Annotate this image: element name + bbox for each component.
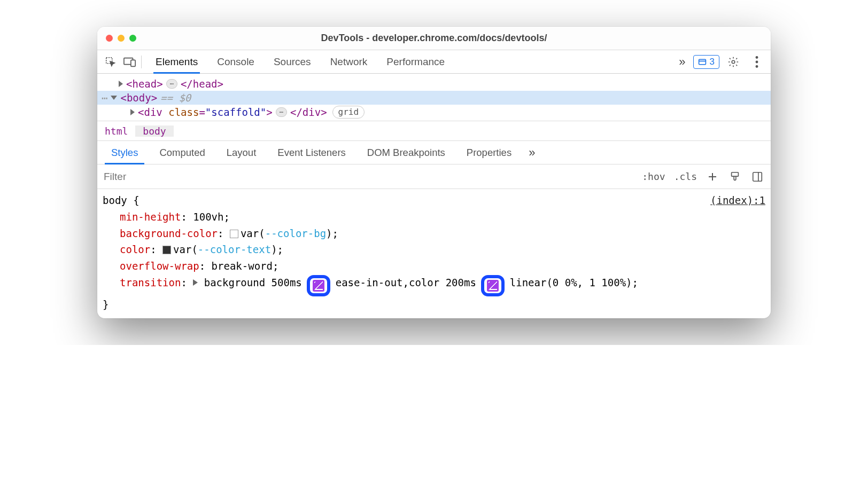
subtab-layout[interactable]: Layout: [216, 141, 267, 164]
toolbar-separator: [141, 56, 142, 68]
more-tabs-icon[interactable]: »: [676, 55, 688, 69]
collapsed-ellipsis-icon[interactable]: ⋯: [276, 107, 287, 117]
zoom-window-button[interactable]: [129, 35, 136, 42]
css-prop-background-color[interactable]: background-color: var(--color-bg);: [103, 225, 765, 242]
dom-tag: <div class="scaffold">: [138, 106, 273, 118]
more-subtabs-icon[interactable]: »: [525, 146, 538, 160]
devtools-window: DevTools - developer.chrome.com/docs/dev…: [97, 27, 771, 318]
issues-count: 3: [710, 57, 715, 67]
dom-tag: </div>: [290, 106, 327, 118]
dom-node-head[interactable]: <head> ⋯ </head>: [97, 77, 771, 91]
subtab-computed[interactable]: Computed: [149, 141, 215, 164]
easing-editor-icon[interactable]: [313, 280, 324, 292]
subtab-styles[interactable]: Styles: [100, 141, 149, 164]
tab-performance[interactable]: Performance: [377, 50, 454, 73]
annotation-highlight: [307, 275, 330, 296]
settings-icon[interactable]: [726, 54, 741, 69]
device-toolbar-icon[interactable]: [121, 53, 139, 71]
inspect-element-icon[interactable]: [102, 53, 120, 71]
kebab-menu-icon[interactable]: [749, 54, 764, 69]
expand-arrow-icon[interactable]: [119, 81, 123, 87]
svg-point-7: [756, 65, 758, 68]
window-title: DevTools - developer.chrome.com/docs/dev…: [97, 33, 771, 44]
paint-brush-icon[interactable]: [728, 170, 742, 184]
hov-toggle[interactable]: :hov: [642, 171, 665, 182]
collapsed-ellipsis-icon[interactable]: ⋯: [166, 79, 177, 89]
styles-filter-tools: :hov .cls: [636, 170, 771, 184]
styles-pane: body { (index):1 min-height: 100vh; back…: [97, 189, 771, 318]
dom-tag: </head>: [181, 78, 223, 90]
svg-point-6: [756, 60, 758, 63]
dom-node-body[interactable]: ⋯ <body> == $0: [97, 91, 771, 105]
rule-selector[interactable]: body {: [103, 192, 140, 209]
dom-breadcrumb: html body: [97, 121, 771, 141]
subtab-event-listeners[interactable]: Event Listeners: [267, 141, 356, 164]
panel-tabs: Elements Console Sources Network Perform…: [146, 50, 454, 73]
styles-filter-row: :hov .cls: [97, 164, 771, 189]
css-prop-overflow-wrap[interactable]: overflow-wrap: break-word;: [103, 258, 765, 274]
breadcrumb-item-body[interactable]: body: [135, 126, 173, 137]
svg-point-4: [732, 60, 735, 64]
issues-icon: [698, 58, 707, 66]
close-window-button[interactable]: [106, 35, 113, 42]
subtab-properties[interactable]: Properties: [456, 141, 522, 164]
selected-element-hint: == $0: [160, 92, 191, 104]
svg-rect-3: [699, 59, 706, 65]
css-prop-color[interactable]: color: var(--color-text);: [103, 241, 765, 258]
tab-network[interactable]: Network: [321, 50, 377, 73]
tab-console[interactable]: Console: [207, 50, 264, 73]
annotation-highlight: [481, 275, 505, 296]
main-toolbar: Elements Console Sources Network Perform…: [97, 50, 771, 74]
styles-subtabs: Styles Computed Layout Event Listeners D…: [97, 141, 771, 164]
rule-source-link[interactable]: (index):1: [710, 192, 765, 209]
rule-header: body { (index):1: [103, 192, 765, 209]
collapse-arrow-icon[interactable]: [111, 96, 117, 100]
dom-tag: <body>: [120, 92, 157, 104]
easing-editor-icon[interactable]: [487, 280, 499, 292]
dom-tree[interactable]: <head> ⋯ </head> ⋯ <body> == $0 <div cla…: [97, 74, 771, 121]
breadcrumb-item-html[interactable]: html: [97, 126, 135, 137]
subtab-dom-breakpoints[interactable]: DOM Breakpoints: [356, 141, 456, 164]
expand-arrow-icon[interactable]: [130, 109, 135, 115]
dom-node-div[interactable]: <div class="scaffold"> ⋯ </div> grid: [97, 105, 771, 120]
css-prop-transition[interactable]: transition: background 500ms ease-in-out…: [103, 274, 765, 296]
svg-rect-2: [131, 60, 135, 66]
rule-close-brace: }: [103, 296, 765, 313]
svg-rect-8: [732, 172, 739, 176]
tab-sources[interactable]: Sources: [264, 50, 321, 73]
svg-point-5: [756, 56, 758, 59]
titlebar: DevTools - developer.chrome.com/docs/dev…: [97, 27, 771, 50]
issues-badge[interactable]: 3: [693, 55, 719, 69]
computed-sidebar-icon[interactable]: [750, 170, 764, 184]
dom-tag: <head>: [126, 78, 163, 90]
traffic-lights: [106, 35, 136, 42]
minimize-window-button[interactable]: [118, 35, 125, 42]
new-style-rule-icon[interactable]: [706, 170, 719, 184]
selection-dots-icon: ⋯: [102, 92, 107, 104]
color-swatch-icon[interactable]: [230, 230, 238, 238]
cls-toggle[interactable]: .cls: [674, 171, 697, 182]
expand-shorthand-icon[interactable]: [193, 279, 198, 286]
color-swatch-icon[interactable]: [162, 246, 171, 254]
grid-badge[interactable]: grid: [332, 106, 365, 119]
tab-elements[interactable]: Elements: [146, 50, 207, 73]
styles-filter-input[interactable]: [97, 171, 636, 183]
css-prop-min-height[interactable]: min-height: 100vh;: [103, 209, 765, 225]
toolbar-right: » 3: [676, 54, 766, 69]
svg-rect-9: [753, 172, 762, 181]
